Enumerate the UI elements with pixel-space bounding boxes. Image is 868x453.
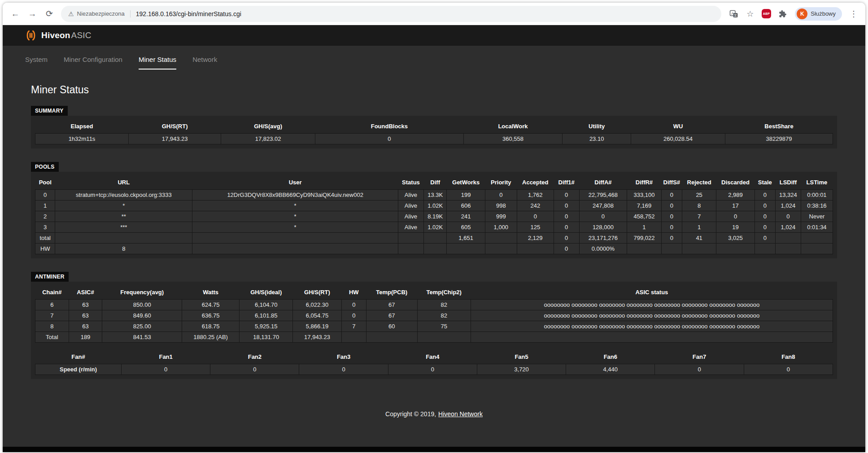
table-cell: 0.0000% — [579, 244, 627, 254]
fans-speed-row: Speed (r/min)00003,7204,44000 — [35, 364, 833, 375]
table-cell: * — [192, 211, 398, 222]
column-header: User — [192, 175, 398, 190]
pools-header-row: PoolURLUserStatusDiffGetWorksPriorityAcc… — [35, 175, 833, 190]
reload-button[interactable]: ⟳ — [41, 6, 57, 22]
column-header: BestShare — [725, 119, 833, 134]
table-cell: 799,022 — [627, 233, 661, 244]
nav-item-system[interactable]: System — [25, 56, 48, 70]
bookmark-star-icon[interactable]: ☆ — [743, 7, 757, 21]
table-cell: 82 — [417, 300, 471, 310]
svg-text:文: 文 — [734, 13, 737, 17]
table-cell: 0 — [661, 200, 682, 211]
column-header: Frequency(avg) — [102, 285, 182, 300]
hiveon-network-link[interactable]: Hiveon Network — [438, 410, 483, 418]
browser-menu-icon[interactable]: ⋮ — [846, 7, 861, 21]
pools-tag: POOLS — [31, 162, 59, 172]
table-cell: 0 — [341, 310, 366, 321]
table-cell: 23,171,276 — [579, 233, 627, 244]
nav-item-network[interactable]: Network — [192, 56, 217, 70]
table-cell — [417, 332, 471, 343]
url-text[interactable]: 192.168.0.163/cgi-bin/minerStatus.cgi — [136, 10, 241, 17]
table-row: HW800.0000% — [35, 244, 833, 254]
table-cell: 60 — [366, 321, 417, 332]
table-row: 2***Alive8.19K241999000458,75207000Never — [35, 211, 833, 222]
table-cell: 6 — [35, 300, 69, 310]
table-cell: 0:00:01 — [801, 190, 833, 200]
table-cell: 1880.25 (AB) — [182, 332, 240, 343]
column-header: FoundBlocks — [315, 119, 464, 134]
table-cell: 636.75 — [182, 310, 240, 321]
column-header: GH/S(RT) — [293, 285, 341, 300]
table-row: 663850.00624.756,104.706,022.3006782oooo… — [35, 300, 833, 310]
column-header: LSTime — [801, 175, 833, 190]
table-cell — [801, 233, 833, 244]
security-label[interactable]: Niezabezpieczona — [77, 10, 125, 17]
column-header: LocalWork — [463, 119, 562, 134]
table-cell: oooooooo oooooooo oooooooo oooooooo oooo… — [471, 300, 833, 310]
table-cell — [775, 233, 801, 244]
table-cell: oooooooo oooooooo oooooooo oooooooo oooo… — [471, 310, 833, 321]
column-header: GH/S(ideal) — [240, 285, 293, 300]
table-cell: 8 — [35, 321, 69, 332]
table-cell: 0 — [554, 222, 579, 233]
nav-item-miner-status[interactable]: Miner Status — [139, 56, 176, 70]
table-cell: 0 — [315, 134, 464, 144]
site-header: HiveonASIC — [3, 25, 865, 46]
table-cell: 850.00 — [102, 300, 182, 310]
address-bar[interactable]: ⚠ Niezabezpieczona 192.168.0.163/cgi-bin… — [61, 6, 721, 22]
forward-button[interactable]: → — [24, 6, 40, 22]
table-cell — [55, 233, 192, 244]
table-cell: 0 — [755, 222, 775, 233]
table-cell: 6,022.30 — [293, 300, 341, 310]
table-cell: 0 — [755, 211, 775, 222]
column-header: Diff1# — [554, 175, 579, 190]
pools-table-body: 0stratum+tcp://eusolo.ckpool.org:333312D… — [35, 190, 833, 254]
nav-item-miner-configuration[interactable]: Miner Configuration — [64, 56, 122, 70]
not-secure-warning-icon: ⚠ — [68, 10, 74, 17]
summary-panel: ElapsedGH/S(RT)GH/S(avg)FoundBlocksLocal… — [31, 116, 837, 148]
table-cell — [423, 233, 447, 244]
table-cell — [485, 244, 517, 254]
table-cell: 1,000 — [485, 222, 517, 233]
table-cell: 0 — [755, 233, 775, 244]
back-button[interactable]: ← — [7, 6, 23, 22]
column-header: Fan8 — [744, 350, 833, 364]
table-cell: 1,762 — [517, 190, 554, 200]
antminer-panel: Chain#ASIC#Frequency(avg)WattsGH/S(ideal… — [31, 282, 837, 379]
table-cell: 1,651 — [447, 233, 485, 244]
main-content: Miner Status SUMMARY ElapsedGH/S(RT)GH/S… — [3, 84, 865, 418]
pools-panel: PoolURLUserStatusDiffGetWorksPriorityAcc… — [31, 172, 837, 258]
table-cell — [755, 244, 775, 254]
table-cell: total — [35, 233, 55, 244]
table-cell: Alive — [398, 222, 424, 233]
fans-table: Fan#Fan1Fan2Fan3Fan4Fan5Fan6Fan7Fan8 Spe… — [35, 350, 833, 375]
table-cell: 75 — [417, 321, 471, 332]
table-cell: Speed (r/min) — [35, 364, 122, 375]
column-header: Stale — [755, 175, 775, 190]
table-cell: 63 — [69, 321, 102, 332]
table-cell: 360,558 — [463, 134, 562, 144]
table-cell: 2,989 — [716, 190, 755, 200]
table-cell: 6,101.85 — [240, 310, 293, 321]
column-header: Discarded — [716, 175, 755, 190]
extensions-puzzle-icon[interactable] — [775, 7, 789, 21]
profile-avatar: K — [797, 9, 807, 19]
adblock-extension-icon[interactable]: ABP — [759, 7, 773, 21]
column-header: URL — [55, 175, 192, 190]
table-cell: 0 — [341, 300, 366, 310]
profile-chip[interactable]: K Służbowy — [795, 7, 842, 21]
column-header: Fan3 — [299, 350, 388, 364]
table-cell: 23.10 — [563, 134, 631, 144]
column-header: Fan2 — [210, 350, 299, 364]
summary-value-row: 1h32m11s17,943.2317,823.020360,55823.102… — [35, 134, 833, 144]
profile-name: Służbowy — [811, 10, 836, 17]
table-cell: 0 — [775, 211, 801, 222]
translate-icon[interactable]: A 文 — [727, 7, 741, 21]
column-header: WU — [631, 119, 725, 134]
window-bottom-edge — [3, 447, 865, 452]
table-cell: 0 — [485, 190, 517, 200]
table-cell: 67 — [366, 310, 417, 321]
table-cell: 0 — [579, 211, 627, 222]
column-header: Fan7 — [655, 350, 744, 364]
table-cell: 38229879 — [725, 134, 833, 144]
